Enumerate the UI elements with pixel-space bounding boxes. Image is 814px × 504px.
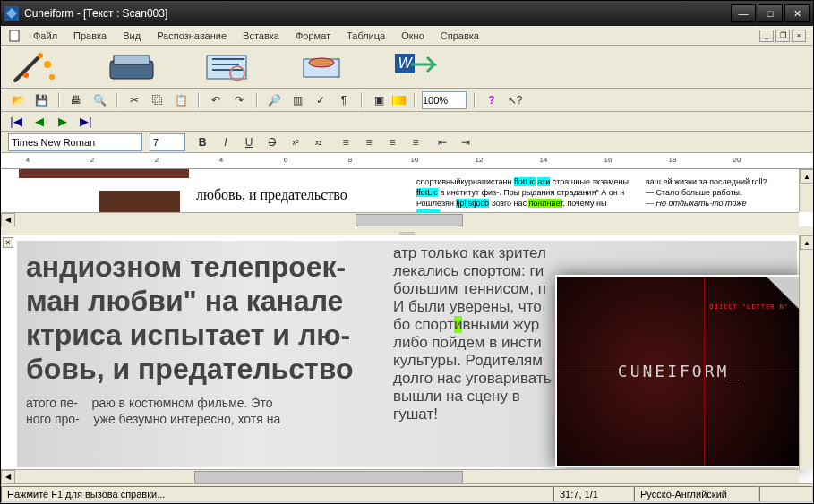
mdi-minimize-button[interactable]: _ xyxy=(759,30,774,42)
zoom-input[interactable] xyxy=(422,91,467,109)
paste-button[interactable]: 📋 xyxy=(171,90,191,110)
scan-line-3: ктриса испытает и лю- xyxy=(26,318,354,352)
splash-overlay: OBJECT "LETTER N" CUNEIFORM_ xyxy=(555,275,804,467)
spellcheck-button[interactable]: ✓ xyxy=(311,90,330,110)
prev-button[interactable]: ◀ xyxy=(31,115,47,129)
svg-point-2 xyxy=(38,53,43,58)
align-left-button[interactable]: ≡ xyxy=(336,132,356,152)
superscript-button[interactable]: x² xyxy=(286,132,305,152)
highlight-button[interactable] xyxy=(392,96,407,105)
wizard-button[interactable] xyxy=(12,50,62,84)
underline-button[interactable]: U xyxy=(239,132,259,152)
align-right-button[interactable]: ≡ xyxy=(382,132,402,152)
status-extra xyxy=(759,486,813,502)
status-pos: 31:7, 1/1 xyxy=(553,486,634,502)
redo-button[interactable]: ↷ xyxy=(229,90,249,110)
pilcrow-button[interactable]: ¶ xyxy=(334,90,354,110)
minimize-button[interactable]: — xyxy=(731,4,756,22)
hl-1: ffotLic xyxy=(514,177,536,186)
layout-button[interactable] xyxy=(201,50,252,84)
italic-button[interactable]: I xyxy=(216,132,236,152)
image-pane-vscroll[interactable]: ▲ xyxy=(799,235,813,469)
nav-toolbar: |◀ ◀ ▶ ▶| xyxy=(1,112,813,132)
image-pane-hscroll[interactable]: ◀ xyxy=(1,469,799,483)
last-button[interactable]: ▶| xyxy=(78,115,94,129)
align-justify-button[interactable]: ≡ xyxy=(406,132,425,152)
title-text: Cuneiform - [Текст : Scan003] xyxy=(24,7,167,20)
hl-2: ffotLic xyxy=(416,188,438,197)
outdent-button[interactable]: ⇤ xyxy=(433,132,452,152)
menu-format[interactable]: Формат xyxy=(288,29,338,43)
status-lang: Русско-Английский xyxy=(634,486,759,502)
menu-window[interactable]: Окно xyxy=(394,29,432,43)
menubar: Файл Правка Вид Распознавание Вставка Фо… xyxy=(1,26,813,46)
strike-button[interactable]: D xyxy=(262,132,282,152)
hl-3: ljpljstjocb xyxy=(456,199,489,208)
image-pane[interactable]: × андиозном телепроек- ман любви" на кан… xyxy=(1,235,813,483)
window-controls: — □ ✕ xyxy=(731,4,810,22)
mdi-close-button[interactable]: × xyxy=(792,30,806,42)
scan-line-2: ман любви" на канале xyxy=(26,284,354,318)
scan-button[interactable] xyxy=(107,50,157,84)
doc-icon xyxy=(8,30,21,42)
mdi-controls: _ ❐ × xyxy=(759,30,806,42)
menu-view[interactable]: Вид xyxy=(116,29,148,43)
svg-text:W: W xyxy=(398,56,413,71)
copy-button[interactable]: ⿻ xyxy=(148,90,167,110)
close-button[interactable]: ✕ xyxy=(784,4,810,22)
preview-button[interactable]: 🔍 xyxy=(90,90,109,110)
format-toolbar: B I U D x² x₂ ≡ ≡ ≡ ≡ ⇤ ⇥ xyxy=(1,132,813,153)
indent-button[interactable]: ⇥ xyxy=(456,132,476,152)
heading-text: любовь, и предательство xyxy=(196,187,347,203)
svg-point-11 xyxy=(309,58,334,67)
svg-point-3 xyxy=(44,61,51,68)
menu-edit[interactable]: Правка xyxy=(66,29,114,43)
svg-point-4 xyxy=(23,73,29,78)
status-help: Нажмите F1 для вызова справки... xyxy=(1,486,553,502)
menu-recognition[interactable]: Распознавание xyxy=(150,29,234,43)
content-area: любовь, и предательство спортивныйкурнап… xyxy=(1,169,813,483)
menu-help[interactable]: Справка xyxy=(433,29,486,43)
app-icon xyxy=(4,6,19,21)
maximize-button[interactable]: □ xyxy=(758,4,783,22)
scan-line-1: андиозном телепроек- xyxy=(26,250,354,284)
svg-point-5 xyxy=(49,74,55,80)
ruler[interactable]: 422468101214161820 xyxy=(1,153,813,169)
align-center-button[interactable]: ≡ xyxy=(359,132,379,152)
export-word-button[interactable]: W xyxy=(391,50,441,84)
svg-rect-7 xyxy=(114,56,150,64)
standard-toolbar: 📂 💾 🖶 🔍 ✂ ⿻ 📋 ↶ ↷ 🔎 ▥ ✓ ¶ ▣ ? ↖? xyxy=(1,89,813,112)
recognize-button[interactable] xyxy=(296,50,347,84)
overlay-sub: OBJECT "LETTER N" xyxy=(709,303,789,311)
undo-button[interactable]: ↶ xyxy=(206,90,226,110)
find-button[interactable]: 🔎 xyxy=(264,90,284,110)
text-pane-vscroll[interactable]: ▲ xyxy=(799,169,813,212)
menu-table[interactable]: Таблица xyxy=(339,29,392,43)
print-button[interactable]: 🖶 xyxy=(66,90,86,110)
next-button[interactable]: ▶ xyxy=(55,115,71,129)
titlebar[interactable]: Cuneiform - [Текст : Scan003] — □ ✕ xyxy=(1,1,813,26)
main-toolbar: W xyxy=(1,46,813,89)
help-button[interactable]: ? xyxy=(482,90,501,110)
hl-4: понлнает xyxy=(528,199,562,208)
text-pane-hscroll[interactable]: ◀ xyxy=(1,212,799,226)
context-help-button[interactable]: ↖? xyxy=(505,90,525,110)
bold-button[interactable]: B xyxy=(193,132,212,152)
subscript-button[interactable]: x₂ xyxy=(309,132,329,152)
cut-button[interactable]: ✂ xyxy=(124,90,144,110)
dictionary-button[interactable]: ▥ xyxy=(287,90,307,110)
overlay-brand: CUNEIFORM_ xyxy=(618,362,741,380)
mdi-restore-button[interactable]: ❐ xyxy=(775,30,790,42)
pane-close-button[interactable]: × xyxy=(3,237,13,248)
font-family-select[interactable] xyxy=(8,133,142,151)
menu-file[interactable]: Файл xyxy=(26,29,64,43)
font-size-select[interactable] xyxy=(150,133,185,151)
scan-line-4: бовь, и предательство xyxy=(26,352,354,386)
open-button[interactable]: 📂 xyxy=(8,90,28,110)
menu-insert[interactable]: Вставка xyxy=(236,29,287,43)
statusbar: Нажмите F1 для вызова справки... 31:7, 1… xyxy=(1,483,813,503)
save-button[interactable]: 💾 xyxy=(31,90,51,110)
first-button[interactable]: |◀ xyxy=(8,115,24,129)
fullscreen-button[interactable]: ▣ xyxy=(369,90,389,110)
text-pane[interactable]: любовь, и предательство спортивныйкурнап… xyxy=(1,169,813,230)
